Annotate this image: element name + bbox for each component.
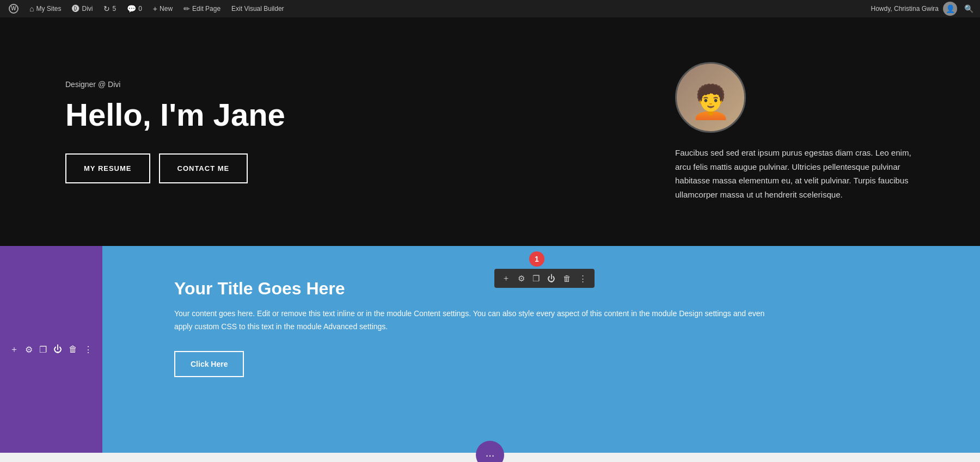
exit-vb-label: Exit Visual Builder <box>231 5 284 13</box>
edit-icon: ✏ <box>183 4 190 13</box>
toolbar-more-icon[interactable]: ⋮ <box>84 344 93 355</box>
hero-subtitle: Designer @ Divi <box>65 80 642 89</box>
my-sites-label: My Sites <box>36 5 61 13</box>
exit-vb-item[interactable]: Exit Visual Builder <box>227 0 289 17</box>
updates-item[interactable]: ↻ 5 <box>99 0 120 17</box>
edit-page-label: Edit Page <box>192 5 220 13</box>
toolbar-power-icon[interactable]: ⏻ <box>53 344 62 354</box>
toolbar-duplicate-icon[interactable]: ❐ <box>39 344 47 355</box>
toolbar-trash-icon[interactable]: 🗑 <box>69 344 77 354</box>
section-badge: 1 <box>529 251 544 267</box>
module-toolbar: ＋ ⚙ ❐ ⏻ 🗑 ⋮ <box>494 269 595 288</box>
divi-item[interactable]: 🅓 Divi <box>68 0 97 17</box>
admin-greeting: Howdy, Christina Gwira <box>871 5 939 13</box>
updates-count: 5 <box>112 5 116 13</box>
toolbar-add-icon[interactable]: ＋ <box>10 344 19 355</box>
divi-label: Divi <box>82 5 93 13</box>
new-item[interactable]: + New <box>149 0 177 17</box>
comments-count: 0 <box>138 5 142 13</box>
hero-section: Designer @ Divi Hello, I'm Jane MY RESUM… <box>0 17 980 246</box>
avatar[interactable]: 👤 <box>943 2 957 16</box>
admin-bar-right: Howdy, Christina Gwira 👤 🔍 <box>871 2 976 16</box>
resume-button[interactable]: MY RESUME <box>65 153 150 183</box>
blue-section-inner: 1 ＋ ⚙ ❐ ⏻ 🗑 ⋮ Your Title Goes Here Your … <box>174 279 915 377</box>
module-power-icon[interactable]: ⏻ <box>547 274 555 283</box>
hero-right: 🧑‍🦱 Faucibus sed sed erat ipsum purus eg… <box>642 62 915 201</box>
plus-icon: + <box>153 4 157 13</box>
admin-bar: W ⌂ My Sites 🅓 Divi ↻ 5 💬 0 + New ✏ Edit… <box>0 0 980 17</box>
hero-description: Faucibus sed sed erat ipsum purus egesta… <box>675 146 915 201</box>
module-duplicate-icon[interactable]: ❐ <box>532 274 540 284</box>
wordpress-icon: W <box>9 4 19 14</box>
comments-item[interactable]: 💬 0 <box>122 0 146 17</box>
contact-button[interactable]: CONTACT ME <box>159 153 248 183</box>
divi-icon: 🅓 <box>72 4 79 13</box>
blue-section: ＋ ⚙ ❐ ⏻ 🗑 ⋮ 1 ＋ ⚙ ❐ ⏻ 🗑 ⋮ <box>0 246 980 453</box>
updates-icon: ↻ <box>103 4 110 13</box>
bottom-purple-icon[interactable]: ··· <box>476 441 504 462</box>
hero-avatar: 🧑‍🦱 <box>675 62 746 133</box>
module-add-icon[interactable]: ＋ <box>502 273 510 284</box>
blue-section-content: Your content goes here. Edit or remove t… <box>174 307 773 334</box>
module-trash-icon[interactable]: 🗑 <box>563 274 571 283</box>
module-settings-icon[interactable]: ⚙ <box>518 274 525 284</box>
edit-page-item[interactable]: ✏ Edit Page <box>179 0 225 17</box>
hero-title: Hello, I'm Jane <box>65 97 642 132</box>
avatar-face: 🧑‍🦱 <box>690 83 731 121</box>
my-sites-item[interactable]: ⌂ My Sites <box>25 0 65 17</box>
search-icon[interactable]: 🔍 <box>961 2 976 16</box>
left-toolbar: ＋ ⚙ ❐ ⏻ 🗑 ⋮ <box>0 246 102 453</box>
new-label: New <box>160 5 173 13</box>
wp-logo-item[interactable]: W <box>4 0 23 17</box>
hero-buttons: MY RESUME CONTACT ME <box>65 153 642 183</box>
home-icon: ⌂ <box>29 4 34 13</box>
toolbar-settings-icon[interactable]: ⚙ <box>25 344 33 355</box>
click-here-button[interactable]: Click Here <box>174 351 244 377</box>
comments-icon: 💬 <box>127 4 136 13</box>
hero-left: Designer @ Divi Hello, I'm Jane MY RESUM… <box>65 80 642 184</box>
page-wrapper: Designer @ Divi Hello, I'm Jane MY RESUM… <box>0 17 980 453</box>
module-more-icon[interactable]: ⋮ <box>579 274 587 284</box>
